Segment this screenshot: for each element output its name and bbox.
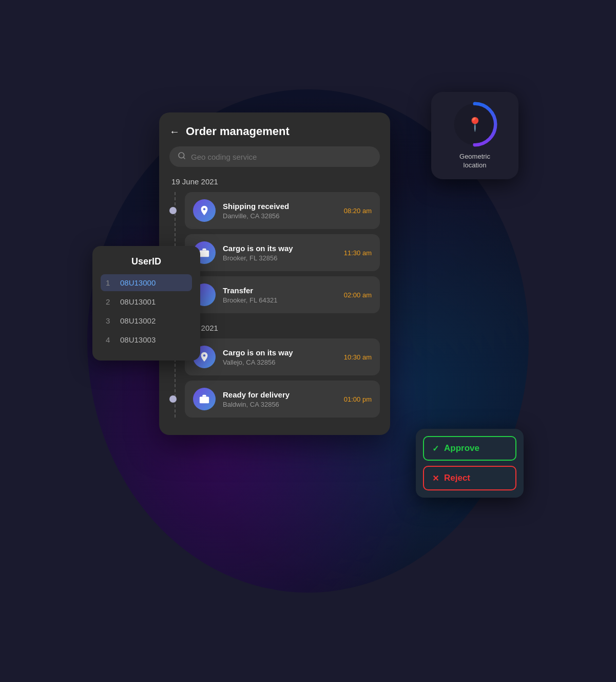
userid-header: UserID [101, 256, 192, 267]
timeline-item-3: Transfer Brooker, FL 64321 02:00 am [169, 276, 380, 313]
card-icon-1 [193, 199, 216, 222]
userid-row-2[interactable]: 2 08U13001 [101, 293, 192, 310]
card-time-4: 10:30 am [344, 353, 372, 361]
search-bar [169, 146, 380, 167]
card-title-1: Shipping received [223, 202, 337, 211]
panel-title: Order management [186, 125, 290, 138]
svg-rect-5 [200, 396, 209, 403]
card-subtitle-2: Brooker, FL 32856 [223, 254, 337, 262]
card-title-2: Cargo is on its way [223, 244, 337, 253]
approve-button[interactable]: ✓ Approve [423, 436, 516, 461]
svg-line-1 [183, 157, 185, 159]
timeline-item-1: Shipping received Danville, CA 32856 08:… [169, 192, 380, 229]
reject-button[interactable]: ✕ Reject [423, 466, 516, 490]
date-section-1: 19 June 2021 [171, 177, 380, 186]
action-panel: ✓ Approve ✕ Reject [416, 429, 524, 498]
userid-num-3: 3 [106, 316, 114, 325]
search-icon [178, 151, 186, 162]
reject-icon: ✕ [432, 473, 439, 483]
card-time-5: 01:00 pm [344, 395, 372, 403]
order-card-1[interactable]: Shipping received Danville, CA 32856 08:… [185, 192, 380, 229]
card-info-1: Shipping received Danville, CA 32856 [223, 202, 337, 220]
location-pin-icon: 📍 [467, 117, 483, 132]
userid-panel: UserID 1 08U13000 2 08U13001 3 08U13002 … [92, 246, 200, 361]
date-section-2: 20 June 2021 [171, 324, 380, 332]
geo-label: Geometric location [459, 153, 490, 170]
userid-row-3[interactable]: 3 08U13002 [101, 312, 192, 329]
card-title-5: Ready for delivery [223, 390, 337, 399]
card-subtitle-1: Danville, CA 32856 [223, 212, 337, 220]
card-time-1: 08:20 am [344, 207, 372, 215]
approve-icon: ✓ [432, 444, 439, 453]
order-card-4[interactable]: Cargo is on its way Vallejo, CA 32856 10… [185, 338, 380, 375]
userid-row-1[interactable]: 1 08U13000 [101, 274, 192, 291]
timeline-item-2: Cargo is on its way Brooker, FL 32856 11… [169, 234, 380, 271]
timeline-item-5: Ready for delivery Baldwin, CA 32856 01:… [169, 381, 380, 418]
card-info-3: Transfer Brooker, FL 64321 [223, 286, 337, 304]
main-scene: UserID 1 08U13000 2 08U13001 3 08U13002 … [77, 71, 539, 611]
card-info-2: Cargo is on its way Brooker, FL 32856 [223, 244, 337, 262]
approve-label: Approve [444, 443, 479, 453]
reject-label: Reject [444, 473, 470, 483]
card-subtitle-4: Vallejo, CA 32856 [223, 358, 337, 366]
userid-value-3: 08U13002 [120, 316, 156, 325]
userid-row-4[interactable]: 4 08U13003 [101, 331, 192, 348]
userid-value-1: 08U13000 [120, 278, 156, 287]
timeline-item-4: Cargo is on its way Vallejo, CA 32856 10… [169, 338, 380, 375]
card-subtitle-5: Baldwin, CA 32856 [223, 401, 337, 408]
userid-num-2: 2 [106, 297, 114, 306]
card-time-2: 11:30 am [344, 249, 372, 257]
svg-rect-2 [200, 250, 209, 257]
card-time-3: 02:00 am [344, 291, 372, 299]
order-card-5[interactable]: Ready for delivery Baldwin, CA 32856 01:… [185, 381, 380, 418]
timeline-dot-1 [169, 207, 177, 214]
geo-widget: 📍 Geometric location [431, 92, 518, 179]
timeline-group-2: Cargo is on its way Vallejo, CA 32856 10… [169, 338, 380, 418]
order-card-2[interactable]: Cargo is on its way Brooker, FL 32856 11… [185, 234, 380, 271]
back-button[interactable]: ← [169, 126, 180, 138]
order-card-3[interactable]: Transfer Brooker, FL 64321 02:00 am [185, 276, 380, 313]
card-title-3: Transfer [223, 286, 337, 295]
panel-header: ← Order management [169, 125, 380, 138]
userid-num-1: 1 [106, 278, 114, 287]
userid-value-2: 08U13001 [120, 297, 156, 306]
card-subtitle-3: Brooker, FL 64321 [223, 296, 337, 304]
timeline-dot-5 [169, 395, 177, 403]
card-icon-5 [193, 388, 216, 410]
search-input[interactable] [191, 153, 372, 161]
timeline-group-1: Shipping received Danville, CA 32856 08:… [169, 192, 380, 313]
userid-value-4: 08U13003 [120, 335, 156, 344]
card-title-4: Cargo is on its way [223, 348, 337, 357]
card-info-5: Ready for delivery Baldwin, CA 32856 [223, 390, 337, 408]
geo-circle-inner: 📍 [456, 105, 494, 143]
card-info-4: Cargo is on its way Vallejo, CA 32856 [223, 348, 337, 366]
geo-circle: 📍 [452, 101, 498, 147]
userid-num-4: 4 [106, 335, 114, 344]
